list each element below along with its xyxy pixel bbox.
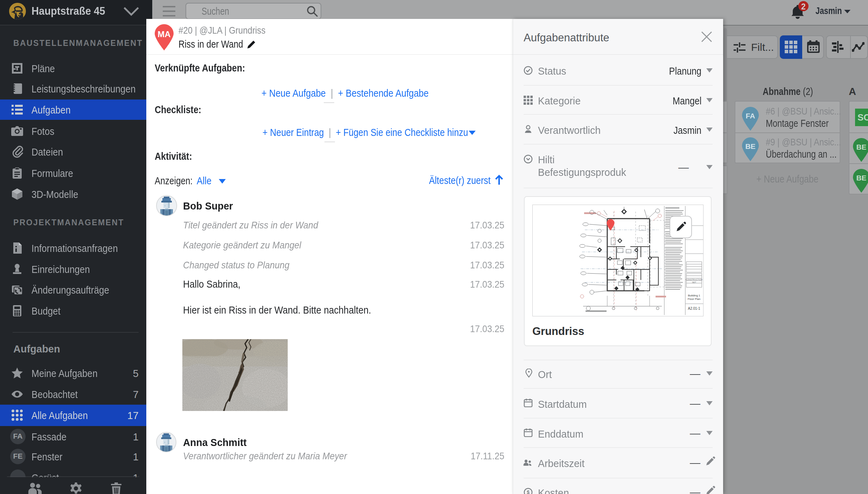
svg-text:SET: SET [692,281,696,283]
svg-text:BE: BE [856,174,866,182]
svg-text:FA: FA [746,112,755,120]
svg-text:BE: BE [745,142,755,150]
svg-text:$: $ [527,489,530,494]
svg-text:A2.01-1: A2.01-1 [688,307,700,310]
svg-text:BE: BE [856,143,866,151]
svg-text:CONSTRUCTION: CONSTRUCTION [686,279,702,281]
svg-text:Floor Plan: Floor Plan [688,297,700,301]
svg-text:MA: MA [158,29,170,39]
svg-text:Building 1: Building 1 [688,294,700,297]
